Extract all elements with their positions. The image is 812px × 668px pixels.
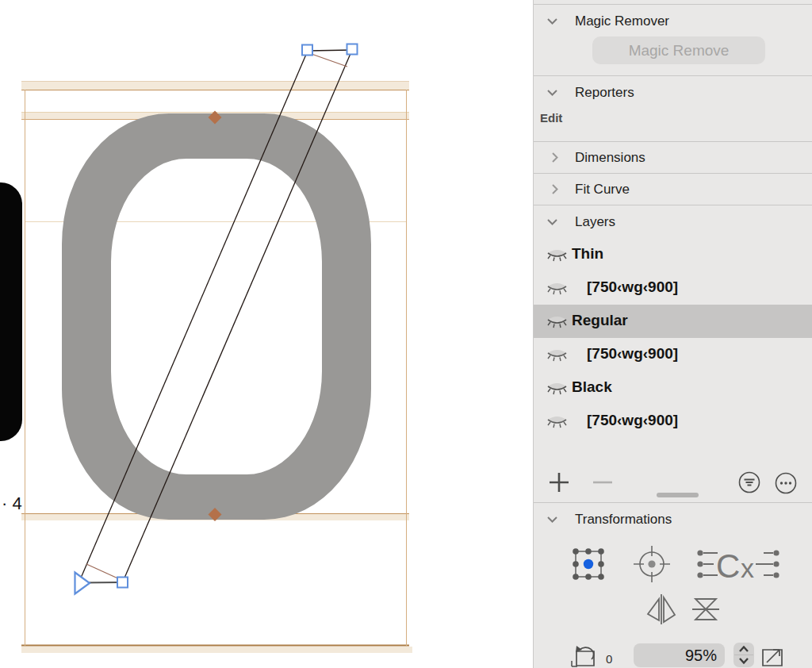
section-title-transformations[interactable]: Transformations xyxy=(575,512,672,528)
svg-text:C: C xyxy=(716,547,740,582)
origin-center-dot[interactable] xyxy=(584,559,593,569)
divider xyxy=(534,502,812,503)
layer-name: [750‹wg‹900] xyxy=(587,412,678,429)
layer-row-black[interactable]: Black xyxy=(534,371,812,405)
reporter-item-edit[interactable]: Edit xyxy=(540,111,562,125)
eye-closed-icon[interactable] xyxy=(546,280,568,296)
glyph-edit-canvas[interactable]: · 4 xyxy=(0,0,533,668)
chevron-right-icon[interactable] xyxy=(550,183,559,195)
eye-closed-icon[interactable] xyxy=(546,247,568,263)
transform-origin-grid-icon[interactable] xyxy=(571,547,606,582)
eye-closed-icon[interactable] xyxy=(546,347,568,363)
scale-icon[interactable] xyxy=(759,643,787,668)
panel-resize-handle[interactable] xyxy=(657,493,699,497)
neighbor-glyph[interactable] xyxy=(0,182,22,441)
eye-closed-icon[interactable] xyxy=(546,380,568,396)
section-title-layers[interactable]: Layers xyxy=(575,214,615,230)
layer-name: [750‹wg‹900] xyxy=(587,278,678,296)
section-title-fit-curve[interactable]: Fit Curve xyxy=(575,182,630,198)
add-layer-button[interactable] xyxy=(548,471,570,493)
reference-point-icon[interactable] xyxy=(632,544,672,584)
divider xyxy=(534,205,812,205)
divider xyxy=(534,4,812,5)
flip-vertical-icon[interactable] xyxy=(691,595,721,624)
chevron-down-icon[interactable] xyxy=(546,88,558,97)
chevron-down-icon[interactable] xyxy=(546,217,558,226)
layer-row-bracket[interactable]: [750‹wg‹900] xyxy=(534,405,812,438)
layer-row-regular[interactable]: Regular xyxy=(534,305,812,338)
node-handle[interactable] xyxy=(117,578,128,588)
layer-name: Regular xyxy=(572,312,628,329)
glyphs-app-window: · 4 Magic Remover Magic Remove Reporters… xyxy=(0,0,812,668)
filter-layers-icon[interactable] xyxy=(738,471,760,493)
section-title-dimensions[interactable]: Dimensions xyxy=(575,150,645,166)
canvas-svg: · 4 xyxy=(0,0,533,668)
svg-text:x: x xyxy=(741,553,754,582)
magic-remove-button[interactable]: Magic Remove xyxy=(592,36,765,64)
section-title-reporters[interactable]: Reporters xyxy=(575,85,634,101)
layer-row-bracket[interactable]: [750‹wg‹900] xyxy=(534,338,812,371)
scale-stepper[interactable] xyxy=(733,643,754,667)
transform-cx-icon[interactable]: C x xyxy=(695,546,781,582)
eye-closed-icon[interactable] xyxy=(546,413,568,429)
zero-glyph-outline[interactable] xyxy=(62,113,371,520)
layer-row-thin[interactable]: Thin xyxy=(534,238,812,271)
node-handle[interactable] xyxy=(302,45,312,56)
section-title-magic-remover[interactable]: Magic Remover xyxy=(575,13,669,29)
layer-name: Thin xyxy=(572,245,603,263)
divider xyxy=(534,75,812,76)
eye-closed-icon[interactable] xyxy=(546,313,568,329)
layer-name: [750‹wg‹900] xyxy=(587,345,678,363)
remove-layer-button[interactable] xyxy=(592,471,613,493)
node-handle[interactable] xyxy=(347,44,358,55)
inspector-sidebar: Magic Remover Magic Remove Reporters Edi… xyxy=(533,0,812,668)
rotate-icon[interactable] xyxy=(570,642,602,668)
rotation-angle-value: 0 xyxy=(606,652,612,666)
more-options-icon[interactable] xyxy=(775,472,797,494)
chevron-right-icon[interactable] xyxy=(550,152,559,163)
divider xyxy=(534,141,812,142)
scale-percent-field[interactable]: 95% xyxy=(634,643,725,667)
chevron-down-icon[interactable] xyxy=(546,515,558,524)
divider xyxy=(534,173,812,174)
metric-value-label: · 4 xyxy=(2,493,22,513)
flip-horizontal-icon[interactable] xyxy=(645,593,678,626)
layer-row-bracket[interactable]: [750‹wg‹900] xyxy=(534,271,812,305)
layer-name: Black xyxy=(572,378,612,396)
chevron-down-icon[interactable] xyxy=(546,17,558,25)
